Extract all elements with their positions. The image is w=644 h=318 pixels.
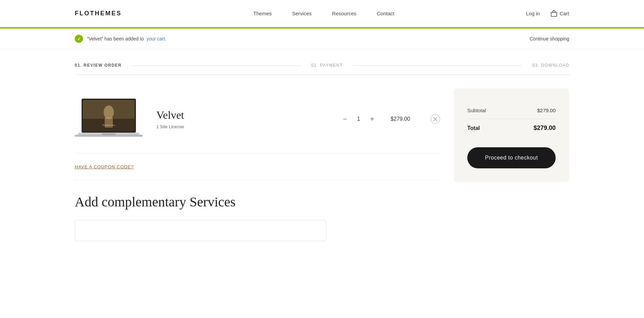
svg-rect-10 <box>102 133 116 135</box>
product-license: 1 Site License <box>156 124 327 129</box>
table-row: To know love Velvet 1 Site License <box>75 88 440 153</box>
quantity-control: − 1 + <box>340 114 377 124</box>
nav-themes[interactable]: Themes <box>253 11 272 16</box>
total-label: Total <box>467 125 480 131</box>
subtotal-value: $279.00 <box>537 107 556 113</box>
continue-shopping-link[interactable]: Continue shopping <box>529 36 569 41</box>
remove-item-button[interactable] <box>431 114 440 124</box>
step-review: 01. REVIEW ORDER <box>75 63 122 68</box>
login-link[interactable]: Log in <box>526 11 540 16</box>
cart-link[interactable]: Cart <box>550 10 569 17</box>
quantity-increase-button[interactable]: + <box>367 114 377 124</box>
step-payment: 02. PAYMENT <box>311 63 343 68</box>
quantity-decrease-button[interactable]: − <box>340 114 350 124</box>
cart-label: Cart <box>560 11 569 16</box>
brand-logo[interactable]: FLOTHEMES <box>75 10 122 17</box>
notification-banner: “Velvet” has been added to your cart. Co… <box>0 29 644 49</box>
checkout-steps: 01. REVIEW ORDER 02. PAYMENT 03. DOWNLOA… <box>75 49 569 75</box>
proceed-to-checkout-button[interactable]: Proceed to checkout <box>467 147 556 168</box>
nav-contact[interactable]: Contact <box>377 11 395 16</box>
coupon-section: HAVE A COUPON CODE? <box>75 153 440 180</box>
product-thumbnail: To know love <box>75 95 143 143</box>
svg-point-5 <box>104 105 114 119</box>
quantity-value: 1 <box>355 116 362 122</box>
svg-text:To know love: To know love <box>102 124 115 127</box>
close-icon <box>433 117 438 121</box>
notification-text: “Velvet” has been added to your cart. <box>87 36 166 41</box>
product-info: Velvet 1 Site License <box>156 109 327 129</box>
step-download: 03. DOWNLOAD <box>532 63 569 68</box>
product-price: $279.00 <box>390 116 410 122</box>
check-icon <box>75 35 83 43</box>
cart-icon <box>550 10 558 17</box>
coupon-link[interactable]: HAVE A COUPON CODE? <box>75 164 134 169</box>
complementary-title: Add complementary Services <box>75 194 440 210</box>
svg-rect-0 <box>551 12 557 16</box>
cart-items-container: To know love Velvet 1 Site License <box>75 88 440 255</box>
subtotal-row: Subtotal $279.00 <box>467 102 556 119</box>
step-divider-2 <box>353 65 522 66</box>
product-image: To know love <box>75 95 143 143</box>
nav-resources[interactable]: Resources <box>332 11 356 16</box>
order-summary: Subtotal $279.00 Total $279.00 Proceed t… <box>454 88 569 182</box>
nav-services[interactable]: Services <box>292 11 312 16</box>
step-divider-1 <box>132 65 301 66</box>
product-title: Velvet <box>156 109 327 121</box>
complementary-card <box>75 220 326 241</box>
subtotal-label: Subtotal <box>467 107 486 113</box>
total-row: Total $279.00 <box>467 119 556 137</box>
total-value: $279.00 <box>534 124 556 132</box>
complementary-section: Add complementary Services <box>75 180 440 255</box>
